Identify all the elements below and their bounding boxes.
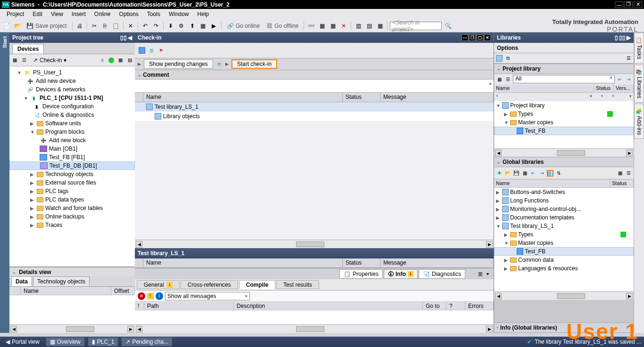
tree-online-backups[interactable]: ▶Online backups [9,212,135,221]
plib-col-status[interactable]: Status [594,84,614,92]
tree-tech-objects[interactable]: ▶Technology objects [9,170,135,178]
vtab-tasks[interactable]: 📋 Tasks [634,32,644,64]
task-pending[interactable]: ↗ Pending cha... [122,338,172,346]
glib-testlib-lang[interactable]: ▶Languages & resources [494,264,634,273]
subtab-crossref[interactable]: Cross-references [181,280,238,289]
glib-row-buttons[interactable]: ▶Buttons-and-Switches [494,188,634,196]
plib-col-version[interactable]: Vers... [614,84,634,92]
checkin-row-testlib[interactable]: Test library_LS_1 [135,102,494,112]
warning-filter-icon[interactable]: ! [147,293,154,299]
task-overview[interactable]: ▦ Overview [46,338,84,346]
flag-icon[interactable]: ⚑ [157,47,164,54]
col-message[interactable]: Message [380,93,494,102]
save-project-button[interactable]: 💾 Save project [24,21,70,31]
tree-grid-icon[interactable]: ▦ [117,57,124,64]
start-checkin-button[interactable]: Start check-in [231,59,277,69]
new-icon[interactable]: 📄 [2,21,11,31]
details-tab-tech[interactable]: Technology objects [33,276,90,286]
download-icon[interactable]: ⬇ [166,21,175,31]
devices-tab[interactable]: Devices [12,44,44,54]
tree-software-units[interactable]: ▶Software units [9,119,135,128]
details-toggle-icon[interactable]: ⌄ [12,270,16,274]
checkin-hscroll[interactable]: ◀▶ [135,240,494,248]
tree-main-ob1[interactable]: Main [OB1] [9,145,135,153]
plib-testfb[interactable]: Test_FB [494,127,634,135]
tree-devices-networks[interactable]: 🔗Devices & networks [9,85,135,94]
tb-icon-2[interactable]: ▦ [328,21,338,31]
center-restore-icon[interactable]: ❐ [469,34,476,41]
open-icon[interactable]: 📂 [13,21,22,31]
glib-col-name[interactable]: Name [494,179,610,187]
compile-icon[interactable]: ⚙ [177,21,186,31]
delete-icon[interactable]: ✕ [126,21,135,31]
print-icon[interactable]: 🖨 [75,21,84,31]
comment-field[interactable]: ▲ [135,80,494,93]
details-col-name[interactable]: Name [21,287,111,295]
col-name[interactable]: Name [143,93,343,102]
menu-window[interactable]: Window [165,10,193,18]
glib-tb-icon[interactable]: ▦ [521,170,528,177]
subtab-general[interactable]: Generali [137,280,180,289]
plib-col-name[interactable]: Name [494,84,594,92]
plib-hscroll[interactable]: ◀▶ [494,148,634,157]
portal-view-button[interactable]: ◀ Portal view [3,338,42,346]
tb-close-icon[interactable]: ✕ [339,21,348,31]
col-status[interactable]: Status [343,93,380,102]
glib-tb-list-icon[interactable]: ☰ [625,170,632,177]
tree-traces[interactable]: ▶Traces [9,221,135,229]
info-toggle-icon[interactable]: › [497,325,498,330]
start-arrow-icon[interactable]: ▶ [225,62,229,66]
globlib-toggle-icon[interactable]: ⌄ [497,160,501,164]
menu-online[interactable]: Online [91,10,115,18]
details-tab-data[interactable]: Data [11,276,32,286]
tree-test-fb[interactable]: Test_FB [FB1] [9,153,135,161]
projlib-toggle-icon[interactable]: ⌄ [497,66,501,71]
menu-project[interactable]: Project [3,10,28,18]
upload-icon[interactable]: ⬆ [188,21,197,31]
subtab-compile[interactable]: Compile [239,280,275,289]
details-hscroll[interactable]: ◀▶ [9,324,135,333]
redo-icon[interactable]: ↷ [151,21,161,31]
window-icon[interactable]: ▦ [375,21,385,31]
pin-icon[interactable]: ▯▯ [120,34,127,41]
message-filter-select[interactable]: Show all messages▾ [165,292,250,300]
checkin-tb-icon1[interactable] [139,47,145,54]
tree-add-block[interactable]: ➕Add new block [9,136,135,145]
menu-options[interactable]: Options [116,10,142,18]
vtab-libraries[interactable]: 📚 Libraries [634,65,644,103]
glib-tb-save-icon[interactable]: 💾 [513,170,520,177]
glib-tb-export-icon[interactable]: ⇥ [538,170,545,177]
tab-diagnostics[interactable]: 🩺Diagnostics [419,269,465,279]
inspector-layout-icon[interactable]: ▥ [477,271,483,277]
collapse-right-icon[interactable]: ▶ [627,34,631,41]
glib-testlib-master[interactable]: ▼Master copies [494,239,634,247]
msg-col-path[interactable]: Path [144,302,234,310]
glib-hscroll[interactable]: ◀▶ [494,291,634,300]
tree-plc[interactable]: ▼▮PLC_1 [CPU 1511-1 PN] [9,94,135,102]
plib-root[interactable]: ▼Project library [494,101,634,110]
undo-icon[interactable]: ↶ [140,21,150,31]
start-icon[interactable]: ▶ [209,21,219,31]
search-go-icon[interactable]: 🔍 [443,21,453,31]
glib-tb-update-icon[interactable]: ▤↓ [547,170,553,177]
glib-tb-import-icon[interactable]: ⇤ [530,170,537,177]
glib-row-long[interactable]: ▶Long Functions [494,196,634,205]
plib-master[interactable]: ▼Master copies [494,118,634,127]
glib-tb-grid-icon[interactable]: ▦ [617,170,623,177]
lib-stamp-icon[interactable]: ⧉ [504,55,511,62]
tree-view-icon[interactable]: ▦ [11,57,18,64]
pin-icon[interactable]: ▯ [615,34,618,41]
tree-plc-datatypes[interactable]: ▶PLC data types [9,195,135,204]
tree-add-device[interactable]: ➕Add new device [9,77,135,85]
comment-toggle-icon[interactable]: ⌄ [138,73,141,77]
lib-list-icon[interactable]: ☰ [625,55,632,62]
collapse-left-icon[interactable]: ◀ [128,34,132,41]
close-button[interactable]: ✕ [634,1,642,8]
msg-col-desc[interactable]: Description [234,302,423,310]
pending-arrow-icon[interactable]: ▶ [138,62,141,66]
checkin-toolbar-button[interactable]: ↗ Check-in ▾ [30,56,69,65]
center-close-icon[interactable]: ✕ [484,34,491,41]
subtab-testresults[interactable]: Test results [276,280,319,289]
tree-watch-tables[interactable]: ▶Watch and force tables [9,204,135,212]
checkin-tb-icon2[interactable]: ☰ [148,47,155,54]
